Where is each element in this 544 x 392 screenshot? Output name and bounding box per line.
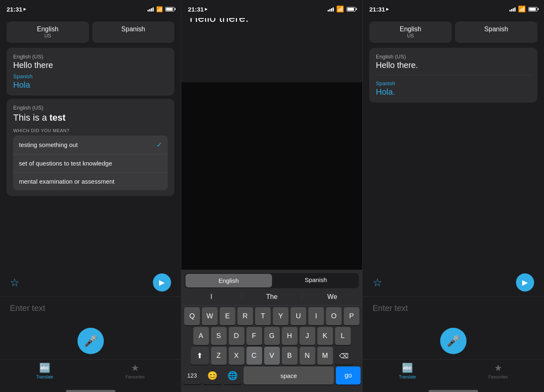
right-lang-btn-spanish[interactable]: Spanish	[455, 21, 537, 43]
left-panel: 21:31 ▸ 📶 English US Spanish English (US…	[0, 0, 181, 392]
left-star-button[interactable]: ☆	[10, 276, 19, 289]
left-nav-translate[interactable]: 🔤 Translate	[36, 363, 53, 379]
key-h[interactable]: H	[282, 327, 298, 345]
key-w[interactable]: W	[202, 307, 218, 325]
left-lang-btn-english[interactable]: English US	[7, 21, 89, 43]
key-backspace[interactable]: ⌫	[335, 347, 353, 365]
right-translation-card: English (US) Hello there. Spanish Hola.	[369, 48, 537, 103]
right-location-icon: ▸	[386, 6, 389, 12]
key-f[interactable]: F	[246, 327, 262, 345]
key-g[interactable]: G	[264, 327, 280, 345]
key-j[interactable]: J	[300, 327, 315, 345]
key-r[interactable]: R	[237, 307, 253, 325]
key-x[interactable]: X	[229, 347, 244, 365]
left-mic-button[interactable]: 🎤	[77, 328, 104, 354]
left-card2-main-text: This is a test	[13, 112, 168, 123]
modal-overlay: ✕ Hello there. English Spanish I The We …	[181, 0, 362, 392]
key-t[interactable]: T	[255, 307, 271, 325]
left-enter-text-placeholder: Enter text	[10, 303, 171, 313]
dropdown-item-text-1: set of questions to test knowledge	[19, 160, 112, 167]
right-star-button[interactable]: ☆	[373, 276, 382, 289]
key-p[interactable]: P	[344, 307, 359, 325]
middle-panel: 21:31 ▸ 📶 ✕ Hello there. English Spa	[181, 0, 363, 392]
kb-lang-spanish[interactable]: Spanish	[273, 273, 359, 288]
keyboard-row-2: A S D F G H J K L	[183, 327, 361, 345]
key-d[interactable]: D	[229, 327, 244, 345]
key-v[interactable]: V	[264, 347, 280, 365]
left-nav-favourites-label: Favourites	[126, 375, 145, 379]
right-mic-button[interactable]: 🎤	[440, 328, 467, 354]
key-i[interactable]: I	[308, 307, 324, 325]
dropdown-item-0[interactable]: testing something out ✓	[13, 135, 168, 154]
left-card1-spanish-label: Spanish	[13, 73, 168, 79]
which-did-you-mean-label: WHICH DID YOU MEAN?	[13, 128, 168, 133]
left-status-icons: 📶	[148, 6, 174, 12]
suggestion-0[interactable]: I	[181, 293, 242, 301]
key-globe[interactable]: 🌐	[223, 366, 242, 385]
key-space[interactable]: space	[244, 366, 334, 385]
left-nav-favourites[interactable]: ★ Favourites	[126, 363, 145, 379]
mid-signal-icon	[328, 7, 334, 12]
right-nav-translate[interactable]: 🔤 Translate	[399, 363, 416, 379]
right-nav-favourites-label: Favourites	[488, 375, 508, 379]
right-enter-text-area[interactable]: Enter text	[363, 296, 544, 320]
key-s[interactable]: S	[211, 327, 227, 345]
suggestions-row: I The We	[181, 288, 362, 306]
suggestion-1[interactable]: The	[242, 293, 302, 301]
right-bottom-actions: ☆ ▶	[363, 268, 544, 296]
keyboard-row-3: ⬆ Z X C V B N M ⌫	[183, 347, 361, 365]
right-nav-favourites[interactable]: ★ Favourites	[488, 363, 508, 379]
right-card-spanish-label: Spanish	[376, 80, 531, 86]
dropdown-item-text-0: testing something out	[19, 141, 78, 148]
key-e[interactable]: E	[220, 307, 235, 325]
key-num[interactable]: 123	[183, 366, 201, 385]
dropdown-item-1[interactable]: set of questions to test knowledge	[13, 154, 168, 173]
kb-lang-english[interactable]: English	[185, 274, 272, 287]
translate-icon: 🔤	[39, 363, 50, 373]
left-mic-container: 🎤	[0, 320, 181, 359]
key-z[interactable]: Z	[211, 347, 227, 365]
right-lang-btn-english[interactable]: English US	[369, 21, 452, 43]
key-shift[interactable]: ⬆	[191, 347, 209, 365]
key-k[interactable]: K	[317, 327, 333, 345]
right-play-button[interactable]: ▶	[516, 273, 534, 292]
right-status-bar: 21:31 ▸ 📶	[363, 0, 544, 18]
left-enter-text-area[interactable]: Enter text	[0, 296, 181, 320]
key-emoji[interactable]: 😊	[203, 366, 221, 385]
word-sense-dropdown: testing something out ✓ set of questions…	[13, 135, 168, 190]
keyboard-row-1: Q W E R T Y U I O P	[183, 307, 361, 325]
left-status-bar: 21:31 ▸ 📶	[0, 0, 181, 18]
key-a[interactable]: A	[193, 327, 209, 345]
key-c[interactable]: C	[246, 347, 262, 365]
key-y[interactable]: Y	[273, 307, 288, 325]
right-bottom-nav: 🔤 Translate ★ Favourites	[363, 359, 544, 387]
right-panel: 21:31 ▸ 📶 English US Spanish English (US…	[363, 0, 544, 392]
keyboard-row-4: 123 😊 🌐 space go	[183, 366, 361, 385]
key-q[interactable]: Q	[184, 307, 200, 325]
key-n[interactable]: N	[300, 347, 315, 365]
key-o[interactable]: O	[326, 307, 342, 325]
left-lang-btn-spanish[interactable]: Spanish	[92, 21, 175, 43]
left-nav-translate-label: Translate	[36, 375, 53, 379]
left-play-button[interactable]: ▶	[153, 273, 171, 292]
keyboard: English Spanish I The We Q W E R T Y U I…	[181, 270, 362, 392]
key-u[interactable]: U	[291, 307, 306, 325]
suggestion-2[interactable]: We	[302, 293, 362, 301]
key-go[interactable]: go	[336, 366, 361, 385]
wifi-icon: 📶	[156, 6, 163, 12]
left-time: 21:31	[7, 6, 22, 13]
right-card-main-text: Hello there.	[376, 61, 531, 70]
mid-wifi-icon: 📶	[336, 5, 344, 13]
right-wifi-icon: 📶	[518, 5, 526, 13]
keyboard-lang-toggle: English Spanish	[185, 273, 359, 288]
key-l[interactable]: L	[335, 327, 351, 345]
key-m[interactable]: M	[317, 347, 333, 365]
left-bottom-actions: ☆ ▶	[0, 268, 181, 296]
modal-spacer	[181, 82, 362, 270]
battery-icon	[165, 7, 174, 12]
dropdown-item-2[interactable]: mental examination or assessment	[13, 173, 168, 190]
key-b[interactable]: B	[282, 347, 298, 365]
right-translate-icon: 🔤	[402, 363, 413, 373]
left-lang-toggle: English US Spanish	[7, 21, 174, 43]
mid-status-icons: 📶	[328, 5, 356, 13]
